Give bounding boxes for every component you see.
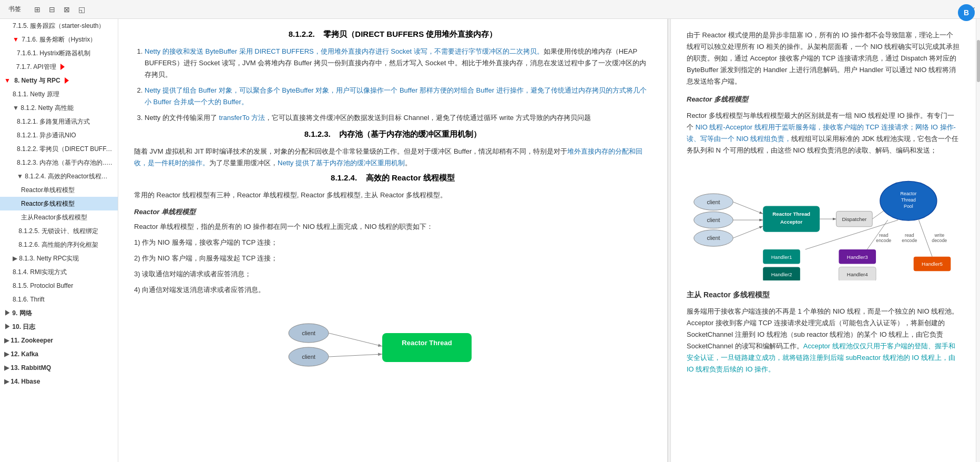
sidebar-item-thrift[interactable]: 8.1.6. Thrift: [0, 293, 118, 306]
sidebar-item-mempool[interactable]: 8.1.2.3. 内存池（基于内存池的...）: [0, 156, 118, 169]
content-area: 8.1.2.2. 零拷贝（DIRECT BUFFERS 使用堆外直接内存） Ne…: [118, 19, 980, 462]
section-8123-title: 8.1.2.3. 内存池（基于内存池的缓冲区重用机制）: [134, 129, 651, 139]
section-8122-list: Netty 的接收和发送 ByteBuffer 采用 DIRECT BUFFER…: [145, 46, 651, 124]
link-mempool[interactable]: Netty 提供了基于内存池的缓冲区重用机制: [278, 159, 405, 167]
svg-text:client: client: [707, 235, 720, 241]
sidebar-item-lockfree[interactable]: 8.1.2.5. 无锁设计、线程绑定: [0, 224, 118, 238]
master-slave-desc: 服务端用于接收客户端连接的不再是 1 个单独的 NIO 线程，而是一个独立的 N…: [687, 306, 960, 376]
svg-text:Dispatcher: Dispatcher: [842, 216, 867, 222]
svg-text:Reactor Thread: Reactor Thread: [402, 339, 452, 347]
sidebar: 7.1.5. 服务跟踪（starter-sleuth） ▼ 7.1.6. 服务熔…: [0, 19, 118, 462]
scroll-thumb: [977, 40, 980, 82]
sidebar-item-network[interactable]: ▶ 9. 网络: [0, 306, 118, 320]
sidebar-item-netty-principle[interactable]: 8.1.1. Netty 原理: [0, 87, 118, 101]
section-8124-body1: 常用的 Reactor 线程模型有三种，Reactor 单线程模型, React…: [134, 189, 651, 201]
link-composite-buffer[interactable]: Netty 提供了组合 Buffer 对象，可以聚合多个 ByteBuffer …: [145, 86, 647, 106]
svg-text:Pool: Pool: [904, 203, 913, 208]
section-8123-body: 随着 JVM 虚拟机和 JIT 即时编译技术的发展，对象的分配和回收是个非常轻量…: [134, 146, 651, 169]
svg-text:Handler1: Handler1: [771, 254, 792, 260]
link-acceptor[interactable]: NIO 线程-Acceptor 线程用于监听服务端，接收客户端的 TCP 连接请…: [687, 123, 956, 143]
svg-text:decode: decode: [932, 238, 947, 243]
reactor-single-diagram: client client Reactor Thread: [134, 304, 651, 388]
sidebar-item-api[interactable]: 7.1.7. API管理: [0, 60, 118, 74]
bookmark-tab[interactable]: 书签: [4, 4, 25, 15]
svg-line-48: [919, 220, 933, 257]
svg-text:read: read: [905, 233, 914, 238]
reactor-multi-desc: Rector 多线程模型与单线程模型最大的区别就是有一组 NIO 线程处理 IO…: [687, 110, 960, 156]
sidebar-item-netty-rpc[interactable]: ▼ 8. Netty 与 RPC: [0, 74, 118, 87]
main-layout: 7.1.5. 服务跟踪（starter-sleuth） ▼ 7.1.6. 服务熔…: [0, 19, 980, 462]
section-8122-title: 8.1.2.2. 零拷贝（DIRECT BUFFERS 使用堆外直接内存）: [134, 29, 651, 39]
sidebar-item-hystrix[interactable]: ▼ 7.1.6. 服务熔断（Hystrix）: [0, 33, 118, 46]
sidebar-item-rmi[interactable]: 8.1.4. RMI实现方式: [0, 265, 118, 279]
svg-text:read: read: [879, 233, 889, 238]
svg-text:client: client: [302, 330, 315, 336]
svg-text:client: client: [302, 354, 315, 360]
sidebar-item-multiplex[interactable]: 8.1.2.1. 多路复用通讯方式: [0, 115, 118, 128]
reactor-item-2: 2) 作为 NIO 客户端，向服务端发起 TCP 连接；: [134, 253, 651, 264]
sidebar-item-hystrix-circuit[interactable]: 7.1.6.1. Hystrix断路器机制: [0, 46, 118, 60]
toolbar-icons: ⊞ ⊟ ⊠ ◱: [32, 4, 87, 15]
top-right-user-icon[interactable]: B: [958, 4, 975, 21]
content-left: 8.1.2.2. 零拷贝（DIRECT BUFFERS 使用堆外直接内存） Ne…: [118, 19, 668, 462]
svg-text:client: client: [707, 217, 720, 223]
sidebar-item-reactor-multi[interactable]: Reactor多线程模型: [0, 197, 118, 210]
sidebar-item-async-nio[interactable]: 8.1.2.1. 异步通讯NIO: [0, 128, 118, 142]
sidebar-item-reactor-single[interactable]: Reactor单线程模型: [0, 183, 118, 197]
svg-text:Reactor Thread: Reactor Thread: [772, 211, 810, 217]
sidebar-item-netty-rpc-impl[interactable]: ▶ 8.1.3. Netty RPC实现: [0, 252, 118, 265]
sidebar-item-zookeeper[interactable]: ▶ 11. Zookeeper: [0, 334, 118, 347]
reactor-item-4: 4) 向通信对端发送消息请求或者应答消息。: [134, 284, 651, 296]
svg-line-5: [329, 354, 382, 357]
reactor-single-title: Reactor 单线程模型: [134, 206, 651, 218]
sidebar-item-log[interactable]: ▶ 10. 日志: [0, 320, 118, 334]
master-slave-title: 主从 Reactor 多线程模型: [687, 289, 960, 302]
toolbar-icon-1[interactable]: ⊞: [32, 4, 43, 15]
sidebar-item-kafka[interactable]: ▶ 12. Kafka: [0, 347, 118, 361]
list-item-2: Netty 提供了组合 Buffer 对象，可以聚合多个 ByteBuffer …: [145, 85, 651, 108]
svg-line-4: [329, 333, 382, 346]
section-8124-title: 8.1.2.4. 高效的 Reactor 线程模型: [134, 173, 651, 183]
svg-text:Acceptor: Acceptor: [780, 219, 803, 225]
svg-text:client: client: [707, 199, 720, 205]
reactor-multi-svg: client client client Reactor Thread Acce…: [687, 165, 960, 280]
sidebar-item-reactor-master-slave[interactable]: 主从Reactor多线程模型: [0, 210, 118, 224]
svg-line-18: [733, 226, 763, 238]
link-transfer-to[interactable]: transferTo 方法: [219, 114, 265, 122]
right-scrollbar[interactable]: [976, 19, 980, 462]
svg-text:Handler4: Handler4: [847, 272, 868, 277]
sidebar-item-hbase[interactable]: ▶ 14. Hbase: [0, 375, 118, 388]
svg-text:Thread: Thread: [901, 197, 916, 203]
sidebar-item-rabbitmq[interactable]: ▶ 13. RabbitMQ: [0, 361, 118, 375]
reactor-item-1: 1) 作为 NIO 服务端，接收客户端的 TCP 连接；: [134, 237, 651, 248]
list-item-1: Netty 的接收和发送 ByteBuffer 采用 DIRECT BUFFER…: [145, 46, 651, 81]
toolbar-icon-2[interactable]: ⊟: [46, 4, 58, 15]
link-acceptor-pool[interactable]: Acceptor 线程池仅仅只用于客户端的登陆、握手和安全认证，一旦链路建立成功…: [687, 342, 955, 373]
reactor-item-3: 3) 读取通信对端的请求或者应答消息；: [134, 268, 651, 280]
list-item-3: Netty 的文件传输采用了 transferTo 方法，它可以直接将文件缓冲区…: [145, 112, 651, 124]
right-intro: 由于 Reactor 模式使用的是异步非阻塞 IO，所有的 IO 操作都不会导致…: [687, 29, 960, 87]
sidebar-item-starter-sleuth[interactable]: 7.1.5. 服务跟踪（starter-sleuth）: [0, 19, 118, 33]
content-right: 由于 Reactor 模式使用的是异步非阻塞 IO，所有的 IO 操作都不会导致…: [671, 19, 976, 462]
reactor-single-svg: client client Reactor Thread: [277, 304, 508, 388]
sidebar-item-protobuf[interactable]: 8.1.5. Protoclol Buffer: [0, 279, 118, 293]
svg-text:encode: encode: [902, 238, 917, 243]
reactor-multi-title: Reactor 多线程模型: [687, 94, 960, 105]
svg-text:encode: encode: [876, 238, 891, 243]
svg-text:Handler2: Handler2: [771, 272, 792, 277]
toolbar-icon-3[interactable]: ⊠: [61, 4, 73, 15]
toolbar: 书签 ⊞ ⊟ ⊠ ◱ ✕: [0, 0, 980, 19]
sidebar-item-zerocopy[interactable]: 8.1.2.2. 零拷贝（DIRECT BUFF...）: [0, 142, 118, 156]
link-direct-buffers[interactable]: Netty 的接收和发送 ByteBuffer 采用 DIRECT BUFFER…: [145, 47, 544, 55]
toolbar-icon-4[interactable]: ◱: [76, 4, 87, 15]
reactor-multi-diagram: client client client Reactor Thread Acce…: [687, 165, 960, 280]
svg-line-16: [733, 202, 763, 214]
svg-rect-6: [382, 333, 472, 362]
svg-text:Reactor: Reactor: [900, 191, 916, 196]
sidebar-item-reactor-model[interactable]: ▼ 8.1.2.4. 高效的Reactor线程模型: [0, 169, 118, 183]
svg-text:Handler3: Handler3: [847, 254, 868, 260]
sidebar-item-serialization[interactable]: 8.1.2.6. 高性能的序列化框架: [0, 238, 118, 252]
reactor-single-desc: Reactor 单线程模型，指的是所有的 IO 操作都在同一个 NIO 线程上面…: [134, 221, 651, 233]
svg-text:write: write: [934, 233, 944, 238]
sidebar-item-netty-perf[interactable]: ▼ 8.1.2. Netty 高性能: [0, 101, 118, 115]
